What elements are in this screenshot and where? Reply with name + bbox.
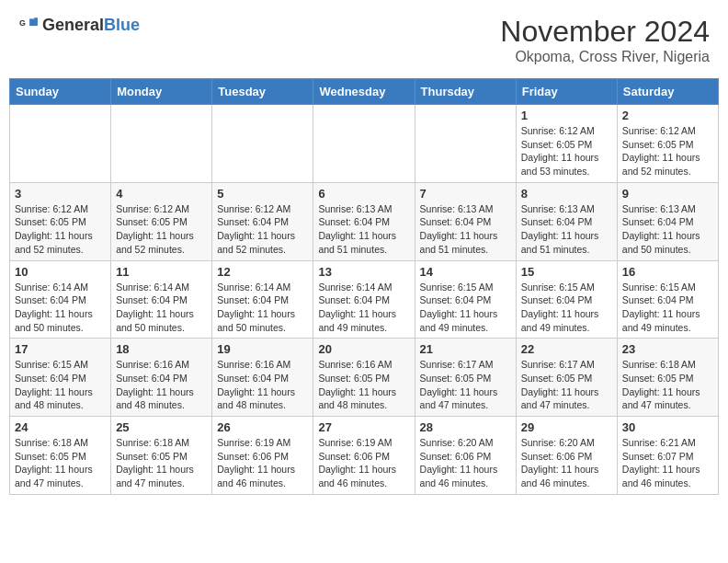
calendar-header-row: SundayMondayTuesdayWednesdayThursdayFrid… bbox=[10, 79, 719, 105]
day-info: Sunrise: 6:20 AM Sunset: 6:06 PM Dayligh… bbox=[521, 436, 612, 490]
calendar-cell: 25Sunrise: 6:18 AM Sunset: 6:05 PM Dayli… bbox=[111, 417, 212, 495]
logo-general-text: General bbox=[42, 16, 104, 34]
day-number: 2 bbox=[622, 109, 713, 122]
logo: G GeneralBlue bbox=[18, 15, 140, 35]
calendar-table: SundayMondayTuesdayWednesdayThursdayFrid… bbox=[9, 78, 719, 495]
calendar-cell: 30Sunrise: 6:21 AM Sunset: 6:07 PM Dayli… bbox=[617, 417, 718, 495]
day-number: 12 bbox=[217, 265, 308, 279]
calendar-cell: 11Sunrise: 6:14 AM Sunset: 6:04 PM Dayli… bbox=[111, 260, 212, 339]
day-number: 10 bbox=[15, 265, 106, 279]
day-info: Sunrise: 6:15 AM Sunset: 6:04 PM Dayligh… bbox=[420, 281, 511, 335]
day-number: 25 bbox=[116, 420, 207, 434]
calendar-cell: 6Sunrise: 6:13 AM Sunset: 6:04 PM Daylig… bbox=[313, 182, 415, 260]
day-info: Sunrise: 6:18 AM Sunset: 6:05 PM Dayligh… bbox=[622, 358, 713, 412]
calendar-cell: 14Sunrise: 6:15 AM Sunset: 6:04 PM Dayli… bbox=[415, 260, 516, 339]
day-number: 21 bbox=[420, 342, 511, 356]
calendar-cell: 9Sunrise: 6:13 AM Sunset: 6:04 PM Daylig… bbox=[617, 182, 718, 260]
day-info: Sunrise: 6:15 AM Sunset: 6:04 PM Dayligh… bbox=[622, 281, 713, 335]
day-number: 13 bbox=[318, 265, 409, 279]
day-info: Sunrise: 6:12 AM Sunset: 6:04 PM Dayligh… bbox=[217, 202, 308, 257]
day-number: 3 bbox=[15, 187, 106, 201]
day-info: Sunrise: 6:16 AM Sunset: 6:05 PM Dayligh… bbox=[318, 358, 409, 412]
location-title: Okpoma, Cross River, Nigeria bbox=[500, 49, 710, 65]
day-info: Sunrise: 6:13 AM Sunset: 6:04 PM Dayligh… bbox=[622, 202, 713, 257]
day-number: 1 bbox=[521, 109, 612, 122]
calendar-header-thursday: Thursday bbox=[415, 79, 516, 105]
calendar-week-row: 24Sunrise: 6:18 AM Sunset: 6:05 PM Dayli… bbox=[10, 417, 719, 495]
calendar-cell: 7Sunrise: 6:13 AM Sunset: 6:04 PM Daylig… bbox=[415, 182, 516, 260]
day-number: 17 bbox=[15, 342, 106, 356]
calendar-cell: 27Sunrise: 6:19 AM Sunset: 6:06 PM Dayli… bbox=[313, 417, 415, 495]
calendar-cell: 29Sunrise: 6:20 AM Sunset: 6:06 PM Dayli… bbox=[516, 417, 617, 495]
day-number: 5 bbox=[217, 187, 308, 201]
calendar-cell: 23Sunrise: 6:18 AM Sunset: 6:05 PM Dayli… bbox=[617, 339, 718, 417]
calendar-cell bbox=[10, 105, 111, 183]
calendar-week-row: 10Sunrise: 6:14 AM Sunset: 6:04 PM Dayli… bbox=[10, 260, 719, 339]
calendar-cell bbox=[212, 105, 313, 183]
day-number: 15 bbox=[521, 265, 612, 279]
day-info: Sunrise: 6:21 AM Sunset: 6:07 PM Dayligh… bbox=[622, 436, 713, 490]
calendar-header-saturday: Saturday bbox=[617, 79, 718, 105]
month-title: November 2024 bbox=[500, 15, 710, 49]
day-info: Sunrise: 6:12 AM Sunset: 6:05 PM Dayligh… bbox=[116, 202, 207, 257]
day-number: 27 bbox=[318, 420, 409, 434]
calendar-cell: 2Sunrise: 6:12 AM Sunset: 6:05 PM Daylig… bbox=[617, 105, 718, 183]
day-info: Sunrise: 6:16 AM Sunset: 6:04 PM Dayligh… bbox=[217, 358, 308, 412]
day-number: 16 bbox=[622, 265, 713, 279]
day-number: 22 bbox=[521, 342, 612, 356]
day-info: Sunrise: 6:12 AM Sunset: 6:05 PM Dayligh… bbox=[15, 202, 106, 257]
day-number: 11 bbox=[116, 265, 207, 279]
title-section: November 2024 Okpoma, Cross River, Niger… bbox=[500, 15, 710, 65]
day-number: 30 bbox=[622, 420, 713, 434]
day-info: Sunrise: 6:19 AM Sunset: 6:06 PM Dayligh… bbox=[217, 436, 308, 490]
calendar-cell: 26Sunrise: 6:19 AM Sunset: 6:06 PM Dayli… bbox=[212, 417, 313, 495]
calendar-cell: 28Sunrise: 6:20 AM Sunset: 6:06 PM Dayli… bbox=[415, 417, 516, 495]
calendar-header-wednesday: Wednesday bbox=[313, 79, 415, 105]
calendar-cell: 8Sunrise: 6:13 AM Sunset: 6:04 PM Daylig… bbox=[516, 182, 617, 260]
calendar-week-row: 17Sunrise: 6:15 AM Sunset: 6:04 PM Dayli… bbox=[10, 339, 719, 417]
day-info: Sunrise: 6:17 AM Sunset: 6:05 PM Dayligh… bbox=[521, 358, 612, 412]
day-info: Sunrise: 6:20 AM Sunset: 6:06 PM Dayligh… bbox=[420, 436, 511, 490]
calendar-cell: 20Sunrise: 6:16 AM Sunset: 6:05 PM Dayli… bbox=[313, 339, 415, 417]
day-number: 14 bbox=[420, 265, 511, 279]
day-number: 9 bbox=[622, 187, 713, 201]
calendar-cell: 21Sunrise: 6:17 AM Sunset: 6:05 PM Dayli… bbox=[415, 339, 516, 417]
day-info: Sunrise: 6:18 AM Sunset: 6:05 PM Dayligh… bbox=[15, 436, 106, 490]
calendar-cell bbox=[415, 105, 516, 183]
calendar-cell: 4Sunrise: 6:12 AM Sunset: 6:05 PM Daylig… bbox=[111, 182, 212, 260]
day-number: 29 bbox=[521, 420, 612, 434]
calendar-cell: 1Sunrise: 6:12 AM Sunset: 6:05 PM Daylig… bbox=[516, 105, 617, 183]
calendar-cell: 15Sunrise: 6:15 AM Sunset: 6:04 PM Dayli… bbox=[516, 260, 617, 339]
day-number: 19 bbox=[217, 342, 308, 356]
day-info: Sunrise: 6:14 AM Sunset: 6:04 PM Dayligh… bbox=[318, 281, 409, 335]
calendar-header-tuesday: Tuesday bbox=[212, 79, 313, 105]
calendar-cell: 3Sunrise: 6:12 AM Sunset: 6:05 PM Daylig… bbox=[10, 182, 111, 260]
day-number: 7 bbox=[420, 187, 511, 201]
day-info: Sunrise: 6:15 AM Sunset: 6:04 PM Dayligh… bbox=[15, 358, 106, 412]
day-info: Sunrise: 6:14 AM Sunset: 6:04 PM Dayligh… bbox=[15, 281, 106, 335]
calendar-cell: 10Sunrise: 6:14 AM Sunset: 6:04 PM Dayli… bbox=[10, 260, 111, 339]
generalblue-logo-icon: G bbox=[18, 15, 39, 35]
day-info: Sunrise: 6:16 AM Sunset: 6:04 PM Dayligh… bbox=[116, 358, 207, 412]
logo-blue-text: Blue bbox=[104, 16, 140, 34]
calendar-week-row: 3Sunrise: 6:12 AM Sunset: 6:05 PM Daylig… bbox=[10, 182, 719, 260]
page-header: G GeneralBlue November 2024 Okpoma, Cros… bbox=[9, 9, 719, 71]
day-info: Sunrise: 6:12 AM Sunset: 6:05 PM Dayligh… bbox=[521, 124, 612, 178]
calendar-cell: 24Sunrise: 6:18 AM Sunset: 6:05 PM Dayli… bbox=[10, 417, 111, 495]
day-number: 24 bbox=[15, 420, 106, 434]
day-info: Sunrise: 6:19 AM Sunset: 6:06 PM Dayligh… bbox=[318, 436, 409, 490]
calendar-header-monday: Monday bbox=[111, 79, 212, 105]
day-number: 18 bbox=[116, 342, 207, 356]
day-info: Sunrise: 6:15 AM Sunset: 6:04 PM Dayligh… bbox=[521, 281, 612, 335]
day-number: 8 bbox=[521, 187, 612, 201]
calendar-cell: 19Sunrise: 6:16 AM Sunset: 6:04 PM Dayli… bbox=[212, 339, 313, 417]
day-number: 20 bbox=[318, 342, 409, 356]
calendar-cell: 5Sunrise: 6:12 AM Sunset: 6:04 PM Daylig… bbox=[212, 182, 313, 260]
calendar-week-row: 1Sunrise: 6:12 AM Sunset: 6:05 PM Daylig… bbox=[10, 105, 719, 183]
day-number: 4 bbox=[116, 187, 207, 201]
day-info: Sunrise: 6:14 AM Sunset: 6:04 PM Dayligh… bbox=[217, 281, 308, 335]
day-number: 6 bbox=[318, 187, 409, 201]
day-number: 23 bbox=[622, 342, 713, 356]
calendar-cell: 17Sunrise: 6:15 AM Sunset: 6:04 PM Dayli… bbox=[10, 339, 111, 417]
calendar-cell bbox=[111, 105, 212, 183]
